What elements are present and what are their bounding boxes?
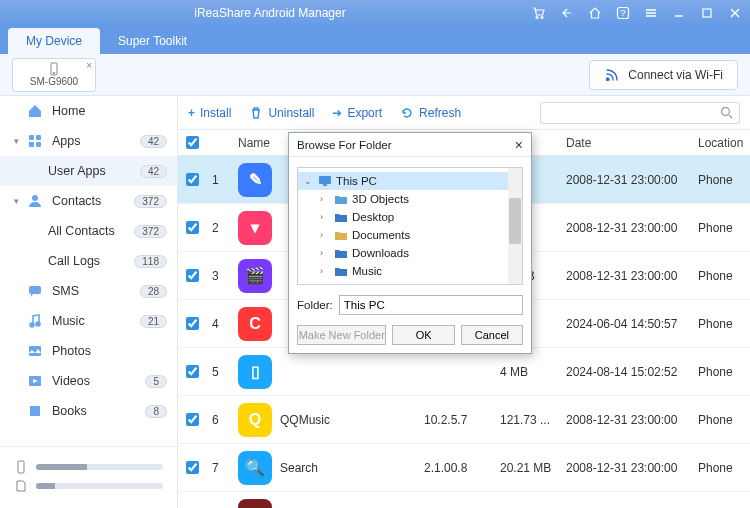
app-location: Phone — [692, 396, 748, 443]
install-button[interactable]: +Install — [188, 106, 231, 120]
folder-tree[interactable]: ⌄This PC ›3D Objects›Desktop›Documents›D… — [297, 167, 523, 285]
sidebar-item-music[interactable]: Music21 — [0, 306, 177, 336]
app-version: 2.1.00.8 — [418, 444, 494, 491]
row-checkbox[interactable] — [186, 173, 199, 186]
tree-node[interactable]: ›3D Objects — [298, 190, 522, 208]
select-all-checkbox[interactable] — [186, 136, 199, 149]
sidebar-item-all-contacts[interactable]: All Contacts372 — [0, 216, 177, 246]
sidebar-item-home[interactable]: Home — [0, 96, 177, 126]
svg-point-1 — [541, 17, 543, 19]
app-name: QQMusic — [280, 413, 330, 427]
tree-node[interactable]: ›Downloads — [298, 244, 522, 262]
svg-point-6 — [53, 72, 54, 73]
cart-icon[interactable] — [532, 6, 546, 20]
home-icon[interactable] — [588, 6, 602, 20]
trash-icon — [249, 106, 263, 120]
search-input[interactable] — [540, 102, 740, 124]
phone-storage-bar — [36, 464, 163, 470]
row-index: 2 — [206, 204, 232, 251]
sidebar-item-call-logs[interactable]: Call Logs118 — [0, 246, 177, 276]
tree-node[interactable]: ›Music — [298, 262, 522, 280]
menu-icon[interactable] — [644, 6, 658, 20]
dialog-close-icon[interactable]: × — [515, 137, 523, 153]
svg-rect-18 — [18, 461, 24, 473]
back-icon[interactable] — [560, 6, 574, 20]
device-close-icon[interactable]: × — [86, 60, 92, 71]
storage-panel — [0, 446, 177, 508]
svg-rect-20 — [319, 176, 331, 184]
folder-input[interactable] — [339, 295, 523, 315]
svg-point-12 — [32, 195, 38, 201]
sidebar-item-user-apps[interactable]: User Apps42 — [0, 156, 177, 186]
svg-point-19 — [722, 108, 730, 116]
dialog-title: Browse For Folder — [297, 139, 515, 151]
row-checkbox[interactable] — [186, 365, 199, 378]
row-index: 1 — [206, 156, 232, 203]
help-icon[interactable]: ? — [616, 6, 630, 20]
folder-icon — [334, 283, 348, 285]
tree-node-this-pc[interactable]: ⌄This PC — [298, 172, 522, 190]
row-checkbox[interactable] — [186, 461, 199, 474]
table-row[interactable]: 5▯4 MB2024-08-14 15:02:52Phone — [178, 348, 750, 396]
app-icon: ▾ — [238, 211, 272, 245]
tree-scrollbar[interactable] — [508, 168, 522, 284]
sidebar-item-videos[interactable]: Videos5 — [0, 366, 177, 396]
tree-node[interactable]: ›Desktop — [298, 208, 522, 226]
tab-super-toolkit[interactable]: Super Toolkit — [100, 28, 205, 54]
tree-node[interactable]: ›Documents — [298, 226, 522, 244]
sidebar-item-sms[interactable]: SMS28 — [0, 276, 177, 306]
svg-rect-4 — [703, 9, 711, 17]
table-row[interactable]: 7🔍Search2.1.00.820.21 MB2008-12-31 23:00… — [178, 444, 750, 492]
svg-rect-21 — [323, 184, 327, 186]
device-chip[interactable]: × SM-G9600 — [12, 58, 96, 92]
connect-wifi-button[interactable]: Connect via Wi-Fi — [589, 60, 738, 90]
wifi-icon — [604, 67, 620, 83]
make-new-folder-button: Make New Folder — [297, 325, 386, 345]
app-size: 4 MB — [494, 348, 560, 395]
cancel-button[interactable]: Cancel — [461, 325, 523, 345]
row-index: 7 — [206, 444, 232, 491]
app-location: Phone — [692, 252, 748, 299]
table-row[interactable]: 8aDictionary3.002.0097.62 MB2008-12-31 2… — [178, 492, 750, 508]
phone-icon — [47, 62, 61, 76]
folder-icon — [334, 211, 348, 223]
tree-node[interactable]: ›Pictures — [298, 280, 522, 285]
minimize-icon[interactable] — [672, 6, 686, 20]
close-icon[interactable] — [728, 6, 742, 20]
sidebar: Home ▾Apps42 User Apps42 ▾Contacts372 Al… — [0, 96, 178, 508]
col-location[interactable]: Location — [692, 130, 748, 155]
maximize-icon[interactable] — [700, 6, 714, 20]
export-button[interactable]: ➜Export — [332, 106, 382, 120]
sidebar-item-books[interactable]: Books8 — [0, 396, 177, 426]
sidebar-item-contacts[interactable]: ▾Contacts372 — [0, 186, 177, 216]
sidebar-item-apps[interactable]: ▾Apps42 — [0, 126, 177, 156]
row-checkbox[interactable] — [186, 269, 199, 282]
uninstall-button[interactable]: Uninstall — [249, 106, 314, 120]
ok-button[interactable]: OK — [392, 325, 454, 345]
sd-storage-bar — [36, 483, 163, 489]
row-checkbox[interactable] — [186, 221, 199, 234]
app-icon: ✎ — [238, 163, 272, 197]
svg-text:?: ? — [620, 8, 625, 18]
sms-icon — [27, 283, 43, 299]
app-location: Phone — [692, 348, 748, 395]
pc-icon — [318, 175, 332, 187]
search-icon — [720, 106, 733, 119]
app-size: 121.73 ... — [494, 396, 560, 443]
app-icon: 🔍 — [238, 451, 272, 485]
app-size: 7.62 MB — [494, 492, 560, 508]
videos-icon — [27, 373, 43, 389]
row-checkbox[interactable] — [186, 413, 199, 426]
col-date[interactable]: Date — [560, 130, 692, 155]
plus-icon: + — [188, 106, 195, 120]
sidebar-item-photos[interactable]: Photos — [0, 336, 177, 366]
tab-my-device[interactable]: My Device — [8, 28, 100, 54]
table-row[interactable]: 6QQQMusic10.2.5.7121.73 ...2008-12-31 23… — [178, 396, 750, 444]
app-version — [418, 348, 494, 395]
refresh-button[interactable]: Refresh — [400, 106, 461, 120]
svg-point-7 — [607, 78, 609, 80]
app-version: 3.002.009 — [418, 492, 494, 508]
row-checkbox[interactable] — [186, 317, 199, 330]
folder-icon — [334, 229, 348, 241]
row-index: 5 — [206, 348, 232, 395]
